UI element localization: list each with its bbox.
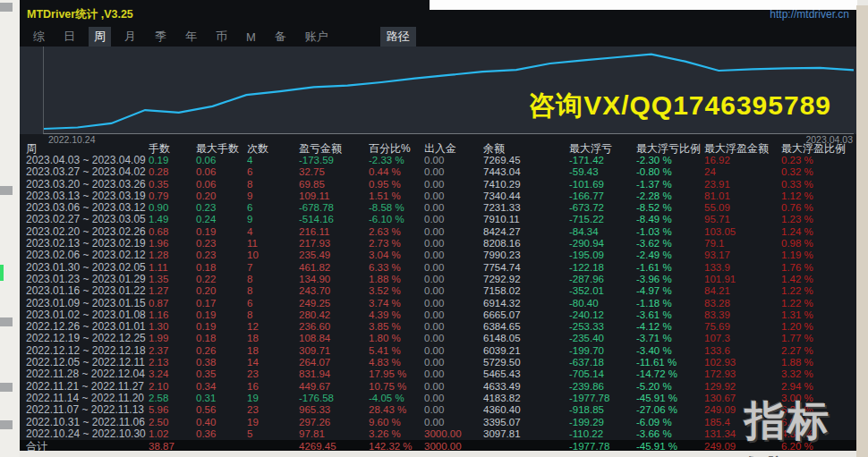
table-row[interactable]: 2022.12.05 ~ 2022.12.112.130.3814264.074…: [20, 357, 856, 368]
cell: 1.77 %: [781, 333, 854, 344]
cell: 0.00: [424, 417, 483, 428]
cell: 0.35: [196, 368, 247, 380]
table-row[interactable]: 2022.11.14 ~ 2022.11.202.580.3119-176.58…: [20, 393, 856, 404]
table-row[interactable]: 2023.01.16 ~ 2023.01.221.270.208243.703.…: [20, 285, 856, 297]
cell: 0.00: [424, 238, 483, 250]
cell: 1.20 %: [781, 321, 854, 333]
cell: 2023.01.02 ~ 2023.01.08: [26, 309, 149, 321]
cell: -3.62 %: [636, 238, 704, 250]
taskbar-green-indicator: [0, 265, 4, 281]
table-row[interactable]: 2023.02.27 ~ 2023.03.051.490.249-514.16-…: [20, 214, 856, 225]
cell: 2022.12.19 ~ 2022.12.25: [26, 333, 149, 344]
cell: 0.33 %: [781, 179, 854, 190]
app-url-link[interactable]: http://mtdriver.cn: [770, 8, 849, 21]
cell: 0.22: [196, 274, 247, 285]
cell: 133.9: [704, 262, 781, 274]
table-row[interactable]: 2022.12.12 ~ 2022.12.182.370.2618309.715…: [20, 345, 856, 357]
table-row[interactable]: 2022.10.31 ~ 2022.11.062.500.4019297.269…: [20, 417, 856, 428]
cell: 3000.00: [424, 428, 483, 440]
cell: 9.60 %: [369, 417, 424, 428]
cell: 0.00: [424, 226, 483, 238]
cell: 2023.03.06 ~ 2023.03.12: [26, 202, 149, 214]
cell: 0.00: [424, 155, 483, 166]
cell: 5.96: [149, 404, 196, 416]
cell: 18: [247, 333, 299, 344]
table-row[interactable]: 2023.01.23 ~ 2023.01.291.350.228134.901.…: [20, 274, 856, 285]
background-window-right-edge: [856, 5, 868, 457]
tab-月[interactable]: 月: [119, 27, 141, 47]
tab-备[interactable]: 备: [269, 27, 292, 47]
tab-季[interactable]: 季: [149, 27, 172, 47]
table-row[interactable]: 2023.03.06 ~ 2023.03.120.900.236-678.78-…: [20, 202, 856, 214]
cell: 7443.04: [483, 166, 569, 178]
tab-M[interactable]: M: [241, 29, 261, 46]
table-row[interactable]: 2022.10.24 ~ 2022.10.301.020.36597.813.2…: [20, 428, 856, 440]
tab-币[interactable]: 币: [210, 27, 233, 47]
table-row[interactable]: 2022.11.21 ~ 2022.11.272.100.3416449.671…: [20, 381, 856, 393]
path-button[interactable]: 路径: [380, 27, 416, 47]
table-row[interactable]: 2023.01.09 ~ 2023.01.150.870.176249.253.…: [20, 298, 856, 309]
cell: 1.16: [149, 309, 196, 321]
cell: 0.34: [196, 381, 247, 393]
table-row[interactable]: 2022.12.19 ~ 2022.12.251.990.1818108.841…: [20, 333, 856, 344]
cell: 6: [247, 166, 299, 178]
cell: 3.52 %: [369, 285, 424, 297]
cell: 0.20: [196, 285, 247, 297]
cell: 0.90: [149, 202, 196, 214]
table-row[interactable]: 2023.02.06 ~ 2023.02.121.280.2310235.493…: [20, 250, 856, 261]
cell: 3.85 %: [369, 321, 424, 333]
cell: 93.17: [704, 250, 781, 261]
background-window-edge: [0, 0, 21, 457]
table-row[interactable]: 2022.11.28 ~ 2022.12.043.240.3523831.941…: [20, 368, 856, 380]
table-row[interactable]: 2023.03.27 ~ 2023.04.020.280.06632.750.4…: [20, 166, 856, 178]
cell: 0.00: [424, 321, 483, 333]
cell: 0.00: [424, 250, 483, 261]
column-header: 最大手数: [196, 142, 247, 155]
cell: -2.49 %: [636, 250, 704, 261]
cell: 14: [247, 357, 299, 368]
window-edge-artifact: [0, 420, 13, 429]
cell: 280.42: [299, 309, 369, 321]
cell: 10.75 %: [369, 381, 424, 393]
cell: 133.6: [704, 345, 781, 357]
cell: -11.61 %: [636, 357, 704, 368]
column-header: 最大浮亏比例: [636, 142, 704, 155]
table-row[interactable]: 2022.12.26 ~ 2023.01.011.300.1912236.603…: [20, 321, 856, 333]
table-row[interactable]: 2023.02.20 ~ 2023.02.260.680.194216.112.…: [20, 226, 856, 238]
tab-周[interactable]: 周: [89, 27, 111, 47]
table-row[interactable]: 2023.01.02 ~ 2023.01.081.160.198280.424.…: [20, 309, 856, 321]
cell: 5: [247, 428, 299, 440]
cell: 7340.44: [483, 190, 569, 202]
table-row[interactable]: 2023.04.03 ~ 2023.04.090.190.064-173.59-…: [20, 155, 856, 166]
cell: 7231.33: [483, 202, 569, 214]
cell: 8: [247, 309, 299, 321]
cell: -705.14: [569, 368, 636, 380]
cell: -2.33 %: [369, 155, 424, 166]
cell: 0.23: [196, 202, 247, 214]
cell: 28.43 %: [369, 404, 424, 416]
cell: 2022.10.31 ~ 2022.11.06: [26, 417, 149, 428]
cell: 0.79: [149, 190, 196, 202]
cell: -918.85: [569, 404, 636, 416]
table-row[interactable]: 2023.03.13 ~ 2023.03.190.790.209109.111.…: [20, 190, 856, 202]
tab-综[interactable]: 综: [28, 27, 50, 47]
table-row[interactable]: 2022.11.07 ~ 2022.11.135.960.5623965.332…: [20, 404, 856, 416]
tab-年[interactable]: 年: [180, 27, 202, 47]
cell: -6.09 %: [636, 417, 704, 428]
table-row[interactable]: 2023.03.20 ~ 2023.03.260.350.06869.850.9…: [20, 179, 856, 190]
cell: 4.39 %: [369, 309, 424, 321]
cell: 236.60: [299, 321, 369, 333]
cell: 69.85: [299, 179, 369, 190]
table-row[interactable]: 2023.02.13 ~ 2023.02.191.960.2311217.932…: [20, 238, 856, 250]
cell: 0.00: [424, 285, 483, 297]
tab-日[interactable]: 日: [58, 27, 81, 47]
cell: -673.72: [569, 202, 636, 214]
tab-账户[interactable]: 账户: [300, 27, 334, 47]
cell: 3395.07: [483, 417, 569, 428]
cell: -290.94: [569, 238, 636, 250]
cell: -110.22: [569, 428, 636, 440]
cell: -4.12 %: [636, 321, 704, 333]
table-row[interactable]: 2023.01.30 ~ 2023.02.051.110.187461.826.…: [20, 262, 856, 274]
cell: 235.49: [299, 250, 369, 261]
cell: -166.77: [569, 190, 636, 202]
